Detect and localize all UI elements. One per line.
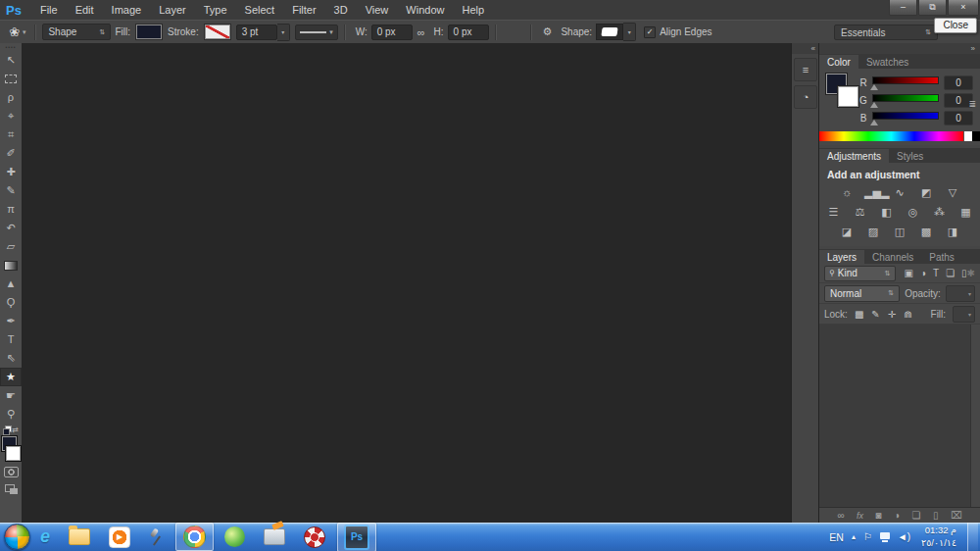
rectangular-marquee-tool[interactable]: [0, 70, 22, 88]
quick-mask-button[interactable]: [4, 467, 19, 477]
layers-list[interactable]: [819, 325, 980, 507]
lasso-tool[interactable]: ρ: [0, 88, 22, 107]
selective-color-icon[interactable]: ◨: [944, 225, 961, 239]
black-swatch[interactable]: [972, 131, 980, 141]
panel-tab[interactable]: Layers: [819, 250, 864, 264]
taskbar-item-explorer[interactable]: [69, 528, 90, 545]
screen-mode-button[interactable]: [5, 484, 18, 494]
layers-scrollbar[interactable]: [970, 325, 980, 507]
taskbar-item-game[interactable]: [224, 526, 245, 547]
photo-filter-icon[interactable]: ◎: [905, 205, 922, 220]
new-layer-icon[interactable]: ▯: [933, 510, 939, 521]
show-desktop-button[interactable]: [967, 523, 978, 551]
blend-mode-dropdown[interactable]: Normal ⇅: [824, 285, 900, 302]
custom-shape-tool[interactable]: ★: [0, 368, 22, 386]
shape-mode-dropdown[interactable]: Shape ⇅: [42, 24, 111, 40]
rainbow-ramp[interactable]: [819, 131, 963, 141]
move-tool[interactable]: ↖: [0, 51, 22, 70]
channel-slider[interactable]: [872, 92, 939, 108]
menu-item[interactable]: File: [31, 0, 67, 20]
dodge-tool[interactable]: Ϙ: [0, 293, 22, 312]
delete-layer-icon[interactable]: ⌧: [951, 510, 962, 521]
eraser-tool[interactable]: ▱: [0, 237, 22, 256]
exposure-icon[interactable]: ◩: [917, 185, 935, 200]
color-panel-menu-icon[interactable]: ≣: [968, 99, 976, 109]
panel-tab[interactable]: Swatches: [858, 55, 916, 69]
taskbar-item-internet-explorer[interactable]: e: [40, 526, 50, 547]
action-center-flag-icon[interactable]: ⚐: [863, 531, 872, 542]
hand-tool[interactable]: ☛: [0, 386, 22, 405]
layer-style-icon[interactable]: fx: [857, 511, 863, 521]
spot-healing-brush-tool[interactable]: ✚: [0, 163, 22, 181]
invert-icon[interactable]: ◪: [838, 225, 856, 239]
blur-tool[interactable]: ▲: [0, 275, 22, 293]
menu-item[interactable]: Help: [453, 0, 493, 20]
link-layers-icon[interactable]: ∞: [837, 510, 844, 521]
menu-item[interactable]: Window: [397, 0, 453, 20]
history-brush-tool[interactable]: ↶: [0, 219, 22, 237]
color-balance-icon[interactable]: ⚖: [852, 205, 869, 220]
color-lookup-icon[interactable]: ▦: [957, 205, 975, 220]
path-selection-tool[interactable]: ⇖: [0, 349, 22, 368]
white-swatch[interactable]: [963, 131, 972, 141]
workspace-switcher[interactable]: Essentials ⇅: [834, 25, 938, 40]
width-field[interactable]: 0 px: [371, 25, 413, 40]
slider-thumb-icon[interactable]: [870, 84, 878, 90]
menu-item[interactable]: Layer: [150, 0, 195, 20]
panel-tab[interactable]: Channels: [864, 250, 921, 264]
menu-item[interactable]: Edit: [67, 0, 103, 20]
toolbar-grip[interactable]: ••••: [0, 43, 22, 51]
stroke-type-dropdown[interactable]: ▾: [295, 25, 338, 40]
canvas-area[interactable]: [22, 43, 791, 523]
clone-stamp-tool[interactable]: π: [0, 200, 22, 219]
taskbar-item-photoshop[interactable]: Ps: [344, 525, 369, 550]
layer-filter-kind-dropdown[interactable]: ⚲ Kind ⇅: [824, 266, 896, 281]
background-color-swatch[interactable]: [6, 446, 21, 461]
filter-adjustment-layers-icon[interactable]: ◑: [920, 268, 926, 278]
filter-type-layers-icon[interactable]: T: [933, 268, 939, 278]
zoom-tool[interactable]: ⚲: [0, 405, 22, 424]
adjustment-layer-icon[interactable]: ◑: [894, 510, 900, 521]
tool-preset-picker[interactable]: ❀ ▾: [6, 25, 28, 39]
panel-tab[interactable]: Adjustments: [819, 149, 889, 163]
background-color-swatch[interactable]: [838, 86, 858, 107]
lock-all-icon[interactable]: ⋒: [904, 309, 911, 320]
taskbar-item-cleaner[interactable]: [264, 528, 285, 545]
collapse-dock-icon[interactable]: »: [819, 43, 980, 54]
slider-thumb-icon[interactable]: [870, 120, 878, 125]
pen-tool[interactable]: ✒: [0, 312, 22, 330]
stroke-width-chevron[interactable]: ▾: [277, 24, 290, 41]
crop-tool[interactable]: ⌗: [0, 125, 22, 144]
curves-icon[interactable]: ∿: [891, 185, 908, 200]
vibrance-icon[interactable]: ▽: [944, 185, 961, 200]
height-field[interactable]: 0 px: [448, 25, 489, 40]
close-button[interactable]: ×: [948, 0, 979, 16]
panel-tab[interactable]: Paths: [921, 250, 962, 264]
color-spectrum-ramp[interactable]: [819, 131, 980, 141]
quick-selection-tool[interactable]: ⌖: [0, 107, 22, 125]
shape-picker-chevron[interactable]: ▾: [623, 23, 636, 41]
panel-tab[interactable]: Styles: [889, 149, 931, 163]
eyedropper-tool[interactable]: ✐: [0, 144, 22, 163]
taskbar-item-chrome[interactable]: [183, 526, 206, 548]
default-colors-icon[interactable]: [3, 426, 12, 435]
lock-image-icon[interactable]: ✎: [871, 309, 879, 320]
taskbar-item-download-manager[interactable]: [304, 526, 325, 548]
channel-value-field[interactable]: 0: [944, 111, 973, 125]
menu-item[interactable]: Filter: [283, 0, 324, 20]
taskbar-item-sound-recorder[interactable]: [149, 527, 165, 547]
fill-color-swatch[interactable]: [136, 25, 162, 39]
start-button[interactable]: [4, 524, 30, 550]
fill-field[interactable]: ▾: [953, 306, 975, 323]
brightness-contrast-icon[interactable]: ☼: [838, 185, 856, 200]
new-group-icon[interactable]: ❏: [912, 510, 921, 521]
shape-thumbnail-dropdown[interactable]: [596, 24, 623, 40]
levels-icon[interactable]: ▂▅▂: [864, 185, 882, 200]
language-indicator[interactable]: EN: [829, 531, 844, 543]
lock-position-icon[interactable]: ✛: [888, 309, 896, 320]
speaker-icon[interactable]: ◄): [898, 531, 910, 542]
posterize-icon[interactable]: ▨: [864, 225, 882, 239]
stroke-width-field[interactable]: 3 pt: [236, 25, 277, 40]
panel-tab[interactable]: Color: [819, 55, 858, 69]
geometry-options-gear-icon[interactable]: ⚙: [543, 25, 553, 38]
